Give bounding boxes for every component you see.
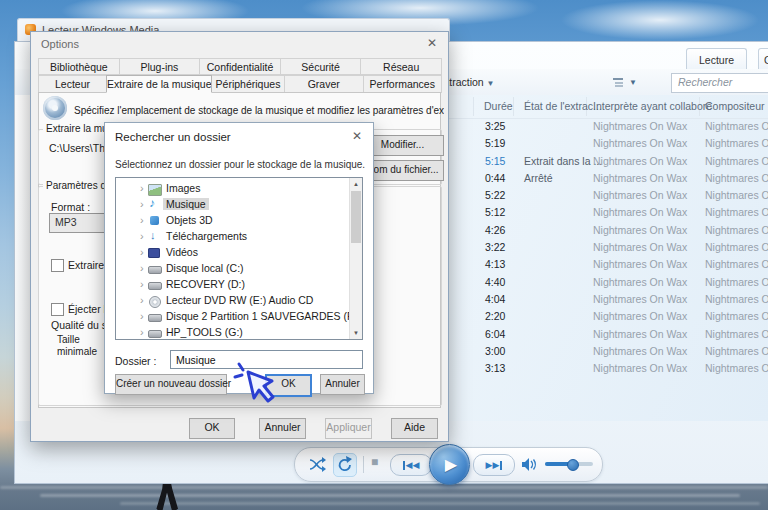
folder-ok-button[interactable]: OK [265,374,312,397]
table-row[interactable]: 5:12Nightmares On WaxNightmares On Wax [449,204,768,221]
volume-slider-thumb[interactable] [567,459,579,471]
table-row[interactable]: 5:19Nightmares On WaxNightmares On Wax [449,135,768,152]
table-row[interactable]: 4:40Nightmares On WaxNightmares On Wax [449,274,768,291]
cell-duration: 3:13 [485,362,505,374]
table-row[interactable]: 5:15Extrait dans la ...Nightmares On Wax… [449,153,768,170]
tree-item-vid-os[interactable]: ›Vidéos [116,245,362,261]
play-icon: ▶ [442,455,457,474]
tree-item-disque-2-partition-1-sauvegardes-f[interactable]: ›Disque 2 Partition 1 SAUVEGARDES (F:) [116,309,362,325]
tab-graver[interactable]: Graver [284,75,364,93]
next-button[interactable]: ▶▶ [473,454,515,476]
expand-chevron-icon[interactable]: › [140,214,144,226]
stop-button[interactable]: ■ [371,455,378,469]
tab-p-riph-riques[interactable]: Périphériques [211,75,285,93]
expand-chevron-icon[interactable]: › [140,246,144,258]
tree-item-recovery-d[interactable]: ›RECOVERY (D:) [116,277,362,293]
cell-contributing-artist: Nightmares On Wax [593,328,687,340]
tree-item-musique[interactable]: ›Musique [116,197,362,213]
table-row[interactable]: 5:22Nightmares On WaxNightmares On Wax [449,187,768,204]
options-tab-row-1: BibliothèquePlug-insConfidentialitéSécur… [38,58,441,75]
close-icon[interactable]: ✕ [352,129,362,143]
tree-item-label: Disque local (C:) [163,262,247,274]
tab-r-seau[interactable]: Réseau [360,58,442,75]
previous-button[interactable]: ◀◀ [390,454,432,476]
tab-lecteur[interactable]: Lecteur [38,75,107,93]
cell-composer: Nightmares On Wax [705,172,768,184]
column-header-contributing-artist[interactable]: Interprète ayant collaboré [593,100,712,112]
folder-cancel-button[interactable]: Annuler [320,374,365,395]
tab-s-curit[interactable]: Sécurité [280,58,362,75]
cell-composer: Nightmares On Wax [705,276,768,288]
options-ok-button[interactable]: OK [189,418,235,439]
column-header-composer[interactable]: Compositeur [705,100,765,112]
cell-composer: Nightmares On Wax [705,241,768,253]
volume-icon[interactable] [521,457,538,472]
tree-scrollbar[interactable]: ▲ ▼ [349,178,362,339]
table-row[interactable]: 4:13Nightmares On WaxNightmares On Wax [449,256,768,273]
table-row[interactable]: 4:04Nightmares On WaxNightmares On Wax [449,291,768,308]
expand-chevron-icon[interactable]: › [140,294,144,306]
volume-slider[interactable] [545,462,593,466]
table-row[interactable]: 3:00Nightmares On WaxNightmares On Wax [449,343,768,360]
scrollbar-thumb[interactable] [351,191,361,243]
expand-chevron-icon[interactable]: › [140,278,144,290]
folder-name-input[interactable]: Musique [170,350,363,369]
playback-controls-bar: ■ ◀◀ ▶ ▶▶ [294,447,603,482]
rip-automatically-checkbox[interactable] [51,259,64,272]
cell-composer: Nightmares On Wax [705,189,768,201]
tab-confidentialit[interactable]: Confidentialité [199,58,281,75]
tree-item-label: HP_TOOLS (G:) [163,326,246,338]
tree-item-objets-3d[interactable]: ›Objets 3D [116,213,362,229]
scroll-up-icon[interactable]: ▲ [350,178,362,190]
expand-chevron-icon[interactable]: › [140,198,144,210]
options-apply-button[interactable]: Appliquer [325,418,372,439]
table-row[interactable]: 3:22Nightmares On WaxNightmares On Wax [449,239,768,256]
tab-lecture[interactable]: Lecture [686,48,747,70]
tab-extraire-de-la-musique[interactable]: Extraire de la musique [106,75,212,93]
extraction-settings-menu[interactable]: xtraction ▼ [444,76,495,88]
table-row[interactable]: 0:44ArrêtéNightmares On WaxNightmares On… [449,170,768,187]
table-row[interactable]: 3:13Nightmares On WaxNightmares On Wax [449,360,768,377]
options-dialog-title: Options [41,38,79,50]
expand-chevron-icon[interactable]: › [140,262,144,274]
shuffle-icon[interactable] [309,457,326,472]
table-row[interactable]: 6:04Nightmares On WaxNightmares On Wax [449,326,768,343]
tree-item-hp-tools-g[interactable]: ›HP_TOOLS (G:) [116,325,362,340]
table-row[interactable]: 3:25Nightmares On WaxNightmares On Wax [449,118,768,135]
expand-chevron-icon[interactable]: › [140,310,144,322]
chevron-down-icon[interactable]: ▼ [629,78,637,87]
scroll-down-icon[interactable]: ▼ [350,327,362,339]
tree-item-t-l-chargements[interactable]: ›Téléchargements [116,229,362,245]
tab-plug-ins[interactable]: Plug-ins [119,58,201,75]
tree-item-disque-local-c[interactable]: ›Disque local (C:) [116,261,362,277]
column-header-duration[interactable]: Durée [484,100,513,112]
table-row[interactable]: 2:20Nightmares On WaxNightmares On Wax [449,308,768,325]
column-header-rip-status[interactable]: État de l'extrac... [524,100,602,112]
play-button[interactable]: ▶ [429,444,470,485]
search-input[interactable]: Rechercher [671,73,768,93]
tab-graver[interactable]: Graver [758,48,768,70]
tree-item-images[interactable]: ›Images [116,181,362,197]
table-row[interactable]: 4:26Nightmares On WaxNightmares On Wax [449,222,768,239]
library-column-headers: Durée État de l'extrac... Interprète aya… [449,95,768,119]
view-options-icon[interactable] [613,78,623,87]
cell-duration: 0:44 [485,172,505,184]
expand-chevron-icon[interactable]: › [140,326,144,338]
expand-chevron-icon[interactable]: › [140,230,144,242]
tree-item-lecteur-dvd-rw-e-audio-cd[interactable]: ›Lecteur DVD RW (E:) Audio CD [116,293,362,309]
expand-chevron-icon[interactable]: › [140,182,144,194]
options-cancel-button[interactable]: Annuler [259,418,306,439]
options-help-button[interactable]: Aide [391,418,438,439]
tab-biblioth-que[interactable]: Bibliothèque [38,58,120,75]
cell-contributing-artist: Nightmares On Wax [593,258,687,270]
previous-icon [403,461,405,470]
close-icon[interactable]: ✕ [427,36,437,50]
browse-folder-dialog: Rechercher un dossier ✕ Sélectionnez un … [104,122,374,394]
create-new-folder-button[interactable]: Créer un nouveau dossier [115,374,227,395]
cell-composer: Nightmares On Wax [705,120,768,132]
cell-composer: Nightmares On Wax [705,155,768,167]
eject-cd-checkbox[interactable] [51,303,64,316]
repeat-icon[interactable] [333,453,357,477]
i3d-icon [150,216,159,225]
tab-performances[interactable]: Performances [363,75,443,93]
